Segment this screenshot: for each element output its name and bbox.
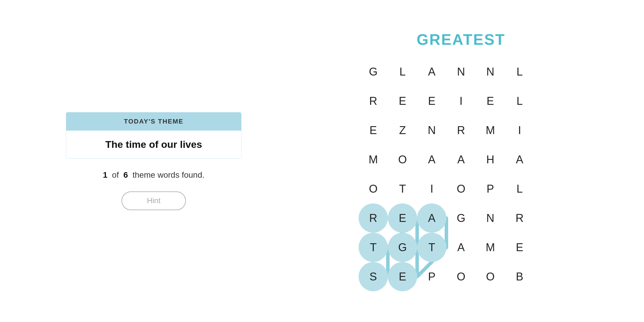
grid-container: GLANNLREEIELEZNRMIMOAAHAOTIOPLREAGNRTGTA… <box>359 57 564 291</box>
theme-label: TODAY'S THEME <box>124 118 184 125</box>
hint-button[interactable]: Hint <box>121 191 186 210</box>
grid-cell[interactable]: O <box>446 262 476 291</box>
grid-cell[interactable]: O <box>359 174 388 203</box>
grid-cell[interactable]: E <box>388 262 417 291</box>
grid-cell[interactable]: L <box>505 57 534 86</box>
grid-cell[interactable]: P <box>476 174 505 203</box>
game-title: GREATEST <box>417 31 505 48</box>
theme-title: The time of our lives <box>105 139 202 150</box>
grid-cell[interactable]: A <box>417 203 446 233</box>
grid-cell[interactable]: N <box>476 57 505 86</box>
grid-cell[interactable]: T <box>417 233 446 262</box>
grid-cell[interactable]: R <box>359 203 388 233</box>
grid-cell[interactable]: R <box>446 116 476 145</box>
grid-cell[interactable]: N <box>417 116 446 145</box>
grid-cell[interactable]: E <box>417 86 446 116</box>
grid-cell[interactable]: O <box>446 174 476 203</box>
grid-cell[interactable]: E <box>388 203 417 233</box>
grid-cell[interactable]: A <box>417 145 446 174</box>
grid-cell[interactable]: T <box>359 233 388 262</box>
grid-cell[interactable]: R <box>505 203 534 233</box>
grid-cell[interactable]: H <box>476 145 505 174</box>
right-panel: GREATEST GLANNLREEIELEZNRMIMOAAHAOTIOPLR… <box>315 31 607 291</box>
grid-cell[interactable]: A <box>446 233 476 262</box>
grid-cell[interactable]: E <box>388 86 417 116</box>
found-total: 6 <box>123 170 128 179</box>
theme-header: TODAY'S THEME <box>66 112 241 131</box>
found-suffix: theme words found. <box>133 170 205 179</box>
grid-cell[interactable]: M <box>476 116 505 145</box>
grid-cell[interactable]: O <box>476 262 505 291</box>
grid-cell[interactable]: S <box>359 262 388 291</box>
grid-cell[interactable]: L <box>388 57 417 86</box>
grid-cell[interactable]: B <box>505 262 534 291</box>
grid-cell[interactable]: Z <box>388 116 417 145</box>
grid-cell[interactable]: R <box>359 86 388 116</box>
theme-box: TODAY'S THEME The time of our lives <box>66 112 242 159</box>
grid-cell[interactable]: O <box>388 145 417 174</box>
grid-cell[interactable]: L <box>505 86 534 116</box>
letter-grid: GLANNLREEIELEZNRMIMOAAHAOTIOPLREAGNRTGTA… <box>359 57 564 291</box>
grid-cell[interactable]: I <box>417 174 446 203</box>
grid-cell[interactable]: P <box>417 262 446 291</box>
hint-label: Hint <box>147 196 160 205</box>
grid-cell[interactable]: E <box>505 233 534 262</box>
grid-cell[interactable]: A <box>505 145 534 174</box>
grid-cell[interactable]: I <box>505 116 534 145</box>
found-text: 1 of 6 theme words found. <box>103 170 204 180</box>
grid-cell[interactable]: G <box>359 57 388 86</box>
grid-cell[interactable]: A <box>446 145 476 174</box>
grid-cell[interactable]: N <box>476 203 505 233</box>
grid-cell[interactable]: L <box>505 174 534 203</box>
main-container: TODAY'S THEME The time of our lives 1 of… <box>15 15 629 307</box>
grid-cell[interactable]: I <box>446 86 476 116</box>
grid-cell[interactable]: T <box>388 174 417 203</box>
grid-cell[interactable]: E <box>476 86 505 116</box>
found-count: 1 <box>103 170 107 179</box>
grid-cell[interactable]: A <box>417 57 446 86</box>
grid-cell[interactable]: N <box>446 57 476 86</box>
grid-cell[interactable]: E <box>359 116 388 145</box>
grid-cell[interactable]: M <box>359 145 388 174</box>
left-panel: TODAY'S THEME The time of our lives 1 of… <box>37 112 271 210</box>
theme-body: The time of our lives <box>66 131 241 158</box>
grid-cell[interactable]: G <box>446 203 476 233</box>
grid-cell[interactable]: G <box>388 233 417 262</box>
grid-cell[interactable]: M <box>476 233 505 262</box>
